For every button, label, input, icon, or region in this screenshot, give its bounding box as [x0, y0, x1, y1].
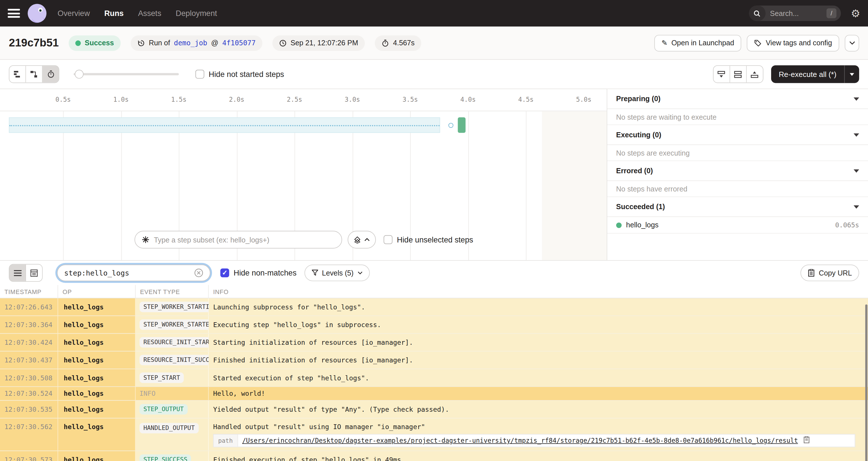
- log-event-type-cell: STEP_START: [136, 369, 209, 386]
- log-info-content: Started execution of step "hello_logs".: [213, 374, 864, 381]
- step-subset-row: Type a step subset (ex: hello_logs+) Hid…: [134, 231, 473, 248]
- clear-filter-icon[interactable]: [194, 268, 203, 277]
- log-row[interactable]: 12:07:30.535hello_logsSTEP_OUTPUTYielded…: [0, 401, 868, 418]
- nav-link-overview[interactable]: Overview: [58, 9, 90, 18]
- hamburger-menu-icon[interactable]: [8, 9, 20, 18]
- job-link[interactable]: demo_job: [174, 39, 207, 47]
- layers-icon: [354, 236, 361, 243]
- gantt-chart[interactable]: 0.5s1.0s1.5s2.0s2.5s3.0s3.5s4.0s4.5s5.0s…: [0, 89, 607, 260]
- open-in-launchpad-label: Open in Launchpad: [671, 39, 734, 47]
- gantt-step-bar[interactable]: [458, 117, 466, 133]
- status-badge: Success: [69, 35, 121, 51]
- search-input[interactable]: Search... /: [749, 5, 841, 21]
- vertical-scrollbar[interactable]: [865, 304, 867, 461]
- log-info-cell: Executing step "hello_logs" in subproces…: [209, 316, 868, 333]
- commit-link[interactable]: 4f105077: [222, 39, 256, 47]
- log-timestamp: 12:07:30.524: [0, 387, 58, 400]
- funnel-icon: [311, 270, 318, 276]
- slider-track: [73, 73, 179, 75]
- reexecute-dropdown-caret[interactable]: [844, 65, 859, 83]
- log-info-cell: Yielded output "result" of type "Any". (…: [209, 401, 868, 418]
- logo-pupil: [39, 9, 41, 12]
- log-row[interactable]: 12:07:26.643hello_logsSTEP_WORKER_STARTI…: [0, 298, 868, 316]
- run-more-actions-button[interactable]: [845, 34, 859, 51]
- step-panel-section-header[interactable]: Executing (0): [607, 125, 868, 145]
- list-view-icon[interactable]: [9, 265, 26, 281]
- column-header-event-type: EVENT TYPE: [136, 285, 209, 298]
- op-selector-icon: [142, 236, 149, 244]
- axis-gridline: [63, 111, 64, 260]
- gear-icon[interactable]: ⚙: [851, 8, 860, 19]
- log-row[interactable]: 12:07:30.508hello_logsSTEP_STARTStarted …: [0, 369, 868, 387]
- hide-unselected-label: Hide unselected steps: [397, 235, 473, 244]
- datetime-pill: Sep 21, 12:07:26 PM: [272, 35, 365, 51]
- log-row[interactable]: 12:07:30.364hello_logsSTEP_WORKER_STARTE…: [0, 316, 868, 334]
- log-row[interactable]: 12:07:30.562hello_logsHANDLED_OUTPUTHand…: [0, 419, 868, 451]
- gantt-waiting-bar[interactable]: [9, 117, 440, 133]
- levels-dropdown-button[interactable]: Levels (5): [304, 265, 370, 281]
- flat-view-icon[interactable]: [9, 66, 26, 82]
- reexecute-all-button[interactable]: Re-execute all (*): [771, 65, 859, 83]
- copy-url-button[interactable]: Copy URL: [801, 265, 859, 281]
- status-dot-icon: [75, 40, 81, 45]
- zoom-slider[interactable]: [73, 66, 179, 82]
- log-op-name: hello_logs: [58, 334, 136, 351]
- copy-path-icon[interactable]: [804, 436, 810, 445]
- step-duration: 0.065s: [835, 221, 859, 229]
- step-panel-step-row[interactable]: hello_logs0.065s: [607, 217, 868, 233]
- log-info-content: Finished initialization of resources [io…: [213, 356, 864, 364]
- gantt-post-run-shade: [542, 111, 607, 260]
- gantt-marker-circle: [448, 123, 453, 128]
- hide-non-matches-checkbox-group[interactable]: ✓ Hide non-matches: [220, 268, 297, 277]
- section-title: Errored (0): [616, 167, 653, 175]
- open-in-launchpad-button[interactable]: ✎ Open in Launchpad: [654, 34, 742, 51]
- step-panel-section-header[interactable]: Succeeded (1): [607, 197, 868, 217]
- history-icon: [137, 39, 145, 47]
- axis-tick-label: 5.0s: [576, 96, 592, 103]
- view-tags-config-button[interactable]: View tags and config: [747, 34, 839, 51]
- log-filter-input[interactable]: step:hello_logs: [57, 265, 210, 281]
- panel-expand-up-icon[interactable]: [747, 66, 763, 82]
- gantt-view-segmented-control: [9, 65, 59, 83]
- log-row[interactable]: 12:07:30.573hello_logsSTEP_SUCCESSFinish…: [0, 451, 868, 461]
- panel-split-icon[interactable]: [730, 66, 747, 82]
- panel-collapse-down-icon[interactable]: [713, 66, 730, 82]
- at-separator: @: [211, 39, 219, 47]
- step-panel-section-header[interactable]: Preparing (0): [607, 89, 868, 109]
- log-view-segmented-control: [9, 264, 42, 282]
- log-info-text: Finished initialization of resources [io…: [213, 356, 864, 364]
- log-info-text: Finished execution of step "hello_logs" …: [213, 456, 864, 461]
- hide-unselected-checkbox-group[interactable]: Hide unselected steps: [383, 235, 473, 244]
- hide-unselected-checkbox[interactable]: [383, 235, 393, 244]
- step-panel-section-header[interactable]: Errored (0): [607, 161, 868, 181]
- axis-tick-label: 3.0s: [345, 96, 360, 103]
- hide-not-started-checkbox[interactable]: [195, 70, 204, 79]
- duration-pill: 4.567s: [375, 35, 421, 51]
- log-info-cell: Hello, world!: [209, 387, 868, 400]
- step-status-panel: Preparing (0)No steps are waiting to exe…: [607, 89, 868, 260]
- waterfall-view-icon[interactable]: [26, 66, 42, 82]
- caret-down-icon: [854, 133, 859, 136]
- nav-link-runs[interactable]: Runs: [104, 9, 124, 18]
- metadata-key: path: [214, 434, 238, 447]
- log-table-body: 12:07:26.643hello_logsSTEP_WORKER_STARTI…: [0, 298, 868, 461]
- hide-not-started-checkbox-group[interactable]: Hide not started steps: [195, 70, 284, 79]
- log-timestamp: 12:07:30.562: [0, 419, 58, 451]
- log-row[interactable]: 12:07:30.424hello_logsRESOURCE_INIT_STAR…: [0, 334, 868, 351]
- gantt-toolbar: Hide not started steps Re-execute all (*…: [0, 60, 868, 89]
- slider-knob[interactable]: [75, 70, 84, 79]
- dagster-app: OverviewRunsAssetsDeployment Search... /…: [0, 0, 868, 461]
- nav-link-assets[interactable]: Assets: [138, 9, 161, 18]
- log-row[interactable]: 12:07:30.437hello_logsRESOURCE_INIT_SUCC…: [0, 351, 868, 369]
- nav-link-deployment[interactable]: Deployment: [176, 9, 217, 18]
- hide-non-matches-checkbox[interactable]: ✓: [220, 268, 229, 277]
- dagster-logo-icon[interactable]: [28, 4, 46, 23]
- step-subset-input[interactable]: Type a step subset (ex: hello_logs+): [134, 231, 342, 248]
- metadata-path-link[interactable]: /Users/erincochran/Desktop/dagster-examp…: [238, 437, 802, 444]
- timing-view-icon[interactable]: [43, 66, 59, 82]
- graph-query-toggle-button[interactable]: [348, 231, 376, 248]
- structured-view-icon[interactable]: [26, 265, 42, 281]
- log-row[interactable]: 12:07:30.524hello_logsINFOHello, world!: [0, 387, 868, 401]
- log-info-cell: Launching subprocess for "hello_logs".: [209, 298, 868, 315]
- log-event-type-cell: INFO: [136, 387, 209, 400]
